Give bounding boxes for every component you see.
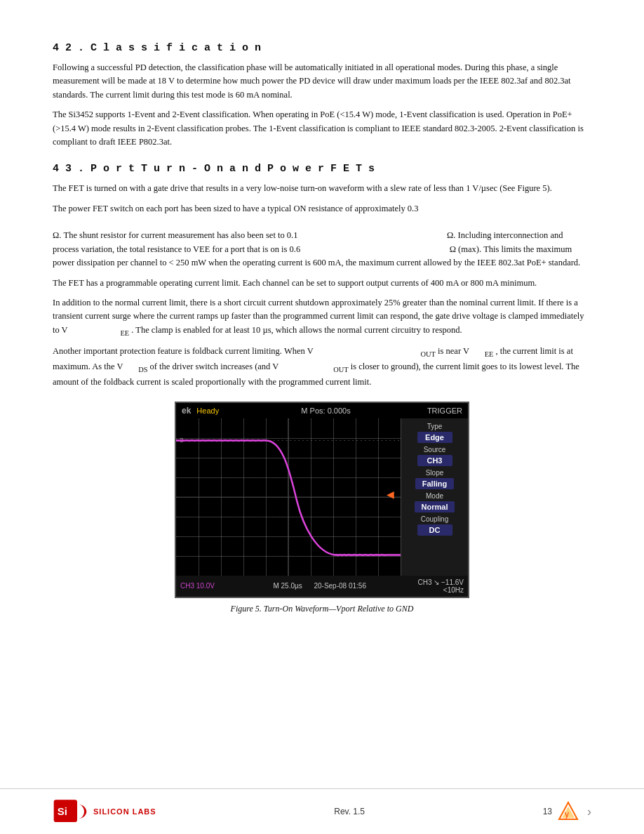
osc-mpos: M Pos: 0.000s: [224, 406, 427, 415]
osc-header: ek Heady M Pos: 0.000s TRIGGER: [176, 403, 468, 418]
trigger-source-label: Source: [424, 446, 446, 454]
trigger-type-label: Type: [427, 423, 443, 430]
footer-ch3-label: CH3 10.0V: [180, 582, 215, 590]
section-4-2: 4 2 . C l a s s i f i c a t i o n Follow…: [53, 42, 591, 149]
trigger-coupling-value: DC: [417, 524, 452, 536]
trigger-coupling-item: Coupling DC: [404, 515, 466, 536]
svg-text:Si: Si: [58, 805, 67, 817]
footer-ch3-info: CH3 ↘ −11.6V <10Hz: [417, 578, 464, 594]
para-4-3-1: The FET is turned on with a gate drive t…: [53, 182, 591, 195]
silicon-labs-logo: Si: [53, 797, 88, 826]
figure-caption: Figure 5. Turn-On Waveform—Vport Relativ…: [175, 604, 469, 614]
footer-time: M 25.0µs 20-Sep-08 01:56: [222, 582, 418, 590]
footer-logo: Si SILICON LABS: [53, 797, 156, 826]
osc-trigger-label: TRIGGER: [427, 406, 462, 415]
page-footer: Si SILICON LABS Rev. 1.5 13 y ›: [0, 788, 644, 834]
trigger-mode-item: Mode Normal: [404, 492, 466, 512]
trigger-type-item: Type Edge: [404, 423, 466, 443]
para-4-3-4: In addition to the normal current limit,…: [53, 296, 591, 338]
para-4-3-5: Another important protection feature is …: [53, 345, 591, 389]
trigger-mode-value: Normal: [415, 501, 455, 512]
trigger-source-value: CH3: [417, 455, 452, 466]
nav-arrow[interactable]: ›: [587, 805, 591, 819]
para-4-3-3: The FET has a programmable operating cur…: [53, 277, 591, 290]
footer-date: 20-Sep-08 01:56: [314, 582, 366, 590]
svg-text:y: y: [565, 809, 569, 819]
svg-text:◀: ◀: [387, 489, 394, 500]
oscilloscope-display: ek Heady M Pos: 0.000s TRIGGER: [175, 402, 469, 598]
footer-ch3-detail: CH3 ↘ −11.6V: [417, 578, 464, 586]
footer-freq: <10Hz: [443, 586, 464, 594]
trigger-mode-label: Mode: [426, 492, 443, 500]
para-4-2-2: The Si3452 supports 1-Event and 2-Event …: [53, 108, 591, 149]
osc-footer: CH3 10.0V M 25.0µs 20-Sep-08 01:56 CH3 ↘…: [176, 576, 468, 597]
trigger-source-item: Source CH3: [404, 446, 466, 466]
oscilloscope-container: ek Heady M Pos: 0.000s TRIGGER: [175, 402, 469, 614]
section-4-3: 4 3 . P o r t T u r n - O n a n d P o w …: [53, 163, 591, 389]
content-area: 4 2 . C l a s s i f i c a t i o n Follow…: [0, 0, 644, 788]
page: 4 2 . C l a s s i f i c a t i o n Follow…: [0, 0, 644, 834]
osc-grid-area: 3 ◀: [176, 418, 401, 576]
para-4-3-2: The power FET switch on each port has be…: [53, 202, 591, 270]
para-4-2-1: Following a successful PD detection, the…: [53, 61, 591, 102]
section-heading-4-2: 4 2 . C l a s s i f i c a t i o n: [53, 42, 591, 54]
osc-status: Heady: [196, 406, 219, 415]
osc-brand: ek: [182, 406, 191, 416]
trigger-slope-item: Slope Falling: [404, 469, 466, 489]
osc-sidebar: Type Edge Source CH3 Slope Falling Mode …: [401, 418, 468, 576]
footer-revision: Rev. 1.5: [334, 807, 365, 816]
trigger-slope-label: Slope: [426, 469, 444, 477]
footer-page-number: 13 y ›: [543, 801, 591, 822]
waveform-svg: 3 ◀: [176, 418, 401, 576]
trigger-type-value: Edge: [417, 432, 452, 443]
footer-time-value: M 25.0µs: [273, 582, 302, 590]
section-heading-4-3: 4 3 . P o r t T u r n - O n a n d P o w …: [53, 163, 591, 175]
company-name: SILICON LABS: [93, 807, 156, 816]
trigger-slope-value: Falling: [415, 478, 454, 489]
osc-grid: 3 ◀: [176, 418, 401, 576]
trigger-coupling-label: Coupling: [421, 515, 448, 523]
partner-logo: y: [558, 801, 579, 822]
